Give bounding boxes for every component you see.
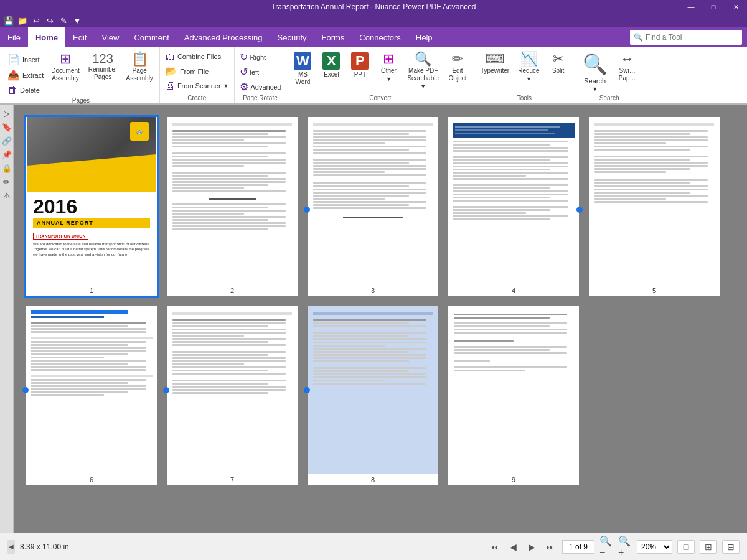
ppt-button[interactable]: P PPT xyxy=(346,50,374,81)
edit-object-label: EditObject xyxy=(449,67,467,82)
find-tool-container: 🔍 xyxy=(630,30,742,45)
from-scanner-button[interactable]: 🖨 From Scanner ▼ xyxy=(162,79,232,93)
page-thumb-5[interactable]: 5 xyxy=(589,117,720,296)
document-assembly-button[interactable]: ⊞ DocumentAssembly xyxy=(47,50,83,85)
minimize-button[interactable]: — xyxy=(680,0,702,14)
search-icon-small: 🔍 xyxy=(634,33,643,42)
page-thumb-4[interactable]: 4 xyxy=(448,117,579,296)
zoom-select[interactable]: 10% 15% 20% 25% 50% 75% 100% xyxy=(637,540,672,554)
sidebar-bookmark-icon[interactable]: 🔖 xyxy=(1,121,13,133)
single-page-view-button[interactable]: □ xyxy=(677,540,695,554)
page-thumb-7[interactable]: 7 xyxy=(167,306,298,485)
page-thumb-9[interactable]: 9 xyxy=(448,306,579,485)
renumber-label: RenumberPages xyxy=(88,66,118,81)
nav-first-button[interactable]: ⏮ xyxy=(487,540,501,554)
page-thumb-img-1: 🚌 2016 ANNUAL REPORT TRANSPORTION UNION … xyxy=(27,117,156,285)
page-thumb-img-5 xyxy=(590,117,719,285)
from-file-button[interactable]: 📂 From File xyxy=(162,64,232,78)
swipe-pages-button[interactable]: ↔ Swi…Pap… xyxy=(614,50,641,85)
sidebar-warning-icon[interactable]: ⚠ xyxy=(1,189,13,202)
page-thumb-1[interactable]: 🚌 2016 ANNUAL REPORT TRANSPORTION UNION … xyxy=(26,117,157,296)
page-thumb-img-3 xyxy=(308,117,438,285)
renumber-pages-button[interactable]: 123 RenumberPages xyxy=(85,50,121,83)
zoom-out-button[interactable]: 🔍− xyxy=(599,540,613,554)
insert-button[interactable]: 📄 Insert xyxy=(5,52,46,67)
page-thumb-2[interactable]: 2 xyxy=(167,117,298,296)
reduce-button[interactable]: 📉 Reduce ▼ xyxy=(514,50,543,85)
zoom-in-button[interactable]: 🔍+ xyxy=(618,540,632,554)
left-sidebar: ▷ 🔖 🔗 📌 🔒 ✏ ⚠ xyxy=(0,105,14,533)
page-num-4: 4 xyxy=(448,285,579,296)
typewriter-icon: ⌨ xyxy=(485,52,505,66)
menu-comment[interactable]: Comment xyxy=(126,27,176,47)
menu-view[interactable]: View xyxy=(94,27,126,47)
menu-advanced-processing[interactable]: Advanced Processing xyxy=(177,27,270,47)
page-thumb-img-7 xyxy=(167,306,297,474)
open-quick-btn[interactable]: 📁 xyxy=(16,14,29,27)
typewriter-button[interactable]: ⌨ Typewriter xyxy=(477,50,513,77)
menu-edit[interactable]: Edit xyxy=(65,27,94,47)
search-button[interactable]: 🔍 Search ▼ xyxy=(578,50,613,95)
ribbon-rotate-content: ↻ Right ↺ left ⚙ Advanced xyxy=(237,50,284,95)
split-button[interactable]: ✂ Split xyxy=(545,50,572,77)
page-thumb-3[interactable]: 3 xyxy=(308,117,438,296)
more-quick-btn[interactable]: ▼ xyxy=(71,14,83,27)
ms-word-button[interactable]: W MSWord xyxy=(289,50,316,88)
delete-label: Delete xyxy=(20,86,40,94)
page-size-label: 8.39 x 11.00 in xyxy=(20,543,69,551)
page-thumb-8[interactable]: 8 xyxy=(308,306,438,485)
maximize-button[interactable]: □ xyxy=(702,0,725,14)
sidebar-lock-icon[interactable]: 🔒 xyxy=(1,162,13,174)
edit-object-button[interactable]: ✏ EditObject xyxy=(444,50,471,85)
sidebar-nav-icon[interactable]: ▷ xyxy=(1,107,13,119)
delete-icon: 🗑 xyxy=(7,85,17,96)
menu-home[interactable]: Home xyxy=(28,27,65,47)
rotate-left-button[interactable]: ↺ left xyxy=(237,65,284,79)
search-main-icon: 🔍 xyxy=(583,52,608,76)
customize-quick-btn[interactable]: ✎ xyxy=(57,14,70,27)
page-thumb-img-4 xyxy=(449,117,578,285)
ms-word-icon: W xyxy=(294,52,311,70)
facing-view-button[interactable]: ⊟ xyxy=(722,540,740,554)
menu-connectors[interactable]: Connectors xyxy=(352,27,408,47)
make-pdf-button[interactable]: 🔍 Make PDFSearchable ▼ xyxy=(403,50,443,93)
continuous-view-button[interactable]: ⊞ xyxy=(700,540,717,554)
sidebar-pin-icon[interactable]: 📌 xyxy=(1,148,13,161)
page-num-7: 7 xyxy=(167,474,298,485)
rotate-left-icon: ↺ xyxy=(240,66,248,78)
menu-file[interactable]: File xyxy=(0,27,28,47)
menu-help[interactable]: Help xyxy=(408,27,440,47)
page-assembly-icon: 📋 xyxy=(131,52,148,66)
close-button[interactable]: ✕ xyxy=(725,0,747,14)
sidebar-link-icon[interactable]: 🔗 xyxy=(1,134,13,147)
find-tool-input[interactable] xyxy=(646,33,733,42)
undo-quick-btn[interactable]: ↩ xyxy=(30,14,42,27)
page-num-8: 8 xyxy=(308,474,438,485)
nav-prev-button[interactable]: ◀ xyxy=(506,540,520,554)
rotate-advanced-button[interactable]: ⚙ Advanced xyxy=(237,80,284,94)
redo-quick-btn[interactable]: ↪ xyxy=(44,14,56,27)
extract-button[interactable]: 📤 Extract xyxy=(5,68,46,82)
page-number-input[interactable] xyxy=(562,540,594,554)
status-bar: ◀ 8.39 x 11.00 in ⏮ ◀ ▶ ⏭ 🔍− 🔍+ 10% 15% … xyxy=(0,533,747,560)
combine-files-label: Combine Files xyxy=(177,53,221,60)
nav-last-button[interactable]: ⏭ xyxy=(543,540,557,554)
rotate-right-button[interactable]: ↻ Right xyxy=(237,50,284,64)
main-content[interactable]: 🚌 2016 ANNUAL REPORT TRANSPORTION UNION … xyxy=(14,105,747,533)
window-controls: — □ ✕ xyxy=(680,0,747,14)
typewriter-label: Typewriter xyxy=(481,67,509,75)
sidebar-edit-icon[interactable]: ✏ xyxy=(1,175,13,188)
expand-sidebar-button[interactable]: ◀ xyxy=(7,540,15,554)
save-quick-btn[interactable]: 💾 xyxy=(2,14,15,27)
page-assembly-button[interactable]: 📋 PageAssembly xyxy=(123,50,157,85)
excel-button[interactable]: X Excel xyxy=(317,50,345,81)
other-arrow: ▼ xyxy=(386,76,392,83)
make-pdf-arrow: ▼ xyxy=(420,83,426,90)
other-button[interactable]: ⊞ Other ▼ xyxy=(375,50,402,85)
menu-security[interactable]: Security xyxy=(270,27,314,47)
nav-next-button[interactable]: ▶ xyxy=(525,540,538,554)
menu-forms[interactable]: Forms xyxy=(314,27,352,47)
combine-files-button[interactable]: 🗂 Combine Files xyxy=(162,50,232,63)
delete-button[interactable]: 🗑 Delete xyxy=(5,83,46,97)
page-thumb-6[interactable]: 6 xyxy=(26,306,157,485)
